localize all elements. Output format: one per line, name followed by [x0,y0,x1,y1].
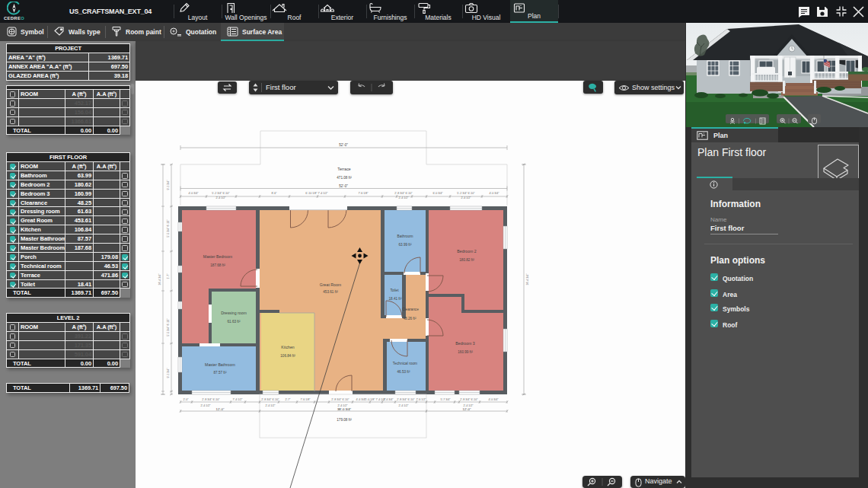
svg-text:38'-0 3/4": 38'-0 3/4" [337,407,352,411]
svg-text:12'-0": 12'-0" [463,407,471,411]
svg-text:4'-4 3/4": 4'-4 3/4" [383,398,394,401]
svg-text:4'-0 3/4": 4'-0 3/4" [188,192,199,195]
svg-text:2'-4 1/2": 2'-4 1/2" [215,196,226,199]
svg-text:52'-0": 52'-0" [339,143,348,147]
svg-text:5'-5 3/4" 6'-10": 5'-5 3/4" 6'-10" [167,219,170,238]
svg-text:Master Bathroom: Master Bathroom [205,362,235,367]
svg-text:106.84 ft²: 106.84 ft² [280,354,295,358]
svg-text:160.99 ft²: 160.99 ft² [458,350,473,354]
svg-text:48.26 ft²: 48.26 ft² [404,317,416,321]
svg-text:2'-4 1/2": 2'-4 1/2" [398,196,409,199]
svg-text:2'-0": 2'-0" [183,398,189,401]
svg-text:2'-8 3/4" 6'-10": 2'-8 3/4" 6'-10" [261,398,279,401]
svg-text:Dressing room: Dressing room [221,311,247,315]
svg-text:7'-6 1/8": 7'-6 1/8" [300,398,311,401]
svg-text:5'-5 3/4" 6'-10": 5'-5 3/4" 6'-10" [167,318,170,336]
svg-text:8'-6": 8'-6" [271,192,277,195]
svg-text:9'-1 3/4": 9'-1 3/4" [167,180,170,190]
svg-text:4'-0 3/4": 4'-0 3/4" [488,398,499,401]
svg-text:2'-4 1/2": 2'-4 1/2" [265,404,276,407]
svg-text:Technical room: Technical room [393,362,417,365]
svg-text:7'-4 1/2": 7'-4 1/2" [232,398,243,401]
svg-text:7'-6 1/2": 7'-6 1/2" [416,398,426,401]
svg-text:180.82 ft²: 180.82 ft² [459,258,474,262]
svg-text:6'-10 1/8" 7'-4 1/2": 6'-10 1/8" 7'-4 1/2" [305,192,328,195]
svg-text:2'-4 1/2": 2'-4 1/2" [461,196,471,199]
svg-text:179.08 ft²: 179.08 ft² [337,418,352,422]
svg-text:2'-8 3/4" 6'-10": 2'-8 3/4" 6'-10" [202,398,220,401]
svg-text:2'-8 3/4" 6'-10": 2'-8 3/4" 6'-10" [331,398,349,401]
svg-text:Master Bedroom: Master Bedroom [203,254,232,259]
svg-text:2'-8 3/4" 6'-10": 2'-8 3/4" 6'-10" [460,398,478,401]
svg-text:Terrace: Terrace [337,167,350,171]
svg-text:187.68 ft²: 187.68 ft² [210,263,225,267]
svg-text:2'-8 3/4" 6'-10": 2'-8 3/4" 6'-10" [394,192,413,195]
svg-text:2'-4 1/2": 2'-4 1/2" [200,404,211,407]
svg-text:2'-4 1/2": 2'-4 1/2" [463,404,474,407]
svg-text:18.41 ft²: 18.41 ft² [389,297,402,301]
svg-text:Toilet: Toilet [390,289,399,292]
svg-text:471.08 ft²: 471.08 ft² [337,176,352,180]
svg-text:1'-7": 1'-7" [167,273,170,279]
svg-text:Bedroom 3: Bedroom 3 [455,341,474,346]
svg-text:87.57 ft²: 87.57 ft² [214,371,227,375]
svg-text:5'-2 3/4" 6'-10": 5'-2 3/4" 6'-10" [212,192,230,195]
svg-text:2'-4 1/2": 2'-4 1/2" [398,404,409,407]
svg-text:7'-6 1/8": 7'-6 1/8" [358,192,369,195]
svg-text:Bathroom: Bathroom [397,234,413,238]
svg-text:2'-7": 2'-7" [285,398,291,401]
svg-text:52'-0": 52'-0" [339,184,348,188]
svg-text:5'-2 3/4" 6'-10": 5'-2 3/4" 6'-10" [457,192,475,195]
svg-text:6'-0 3/4": 6'-0 3/4" [432,192,443,195]
svg-text:9'-1 3/4": 9'-1 3/4" [167,368,170,378]
svg-text:2'-8 3/4" 6'-10": 2'-8 3/4" 6'-10" [397,398,415,401]
svg-text:Great Room: Great Room [320,282,341,287]
svg-text:63.99 ft²: 63.99 ft² [399,243,412,247]
svg-text:Bedroom 2: Bedroom 2 [457,249,476,254]
svg-text:36'-4 3/4": 36'-4 3/4" [158,273,161,285]
svg-text:453.61 ft²: 453.61 ft² [323,290,338,294]
svg-text:Clearance: Clearance [402,308,419,311]
svg-text:4'-0 3/4": 4'-0 3/4" [489,192,499,195]
svg-text:5'-7 3/4": 5'-7 3/4" [440,398,451,401]
svg-text:12'-0": 12'-0" [216,407,225,411]
svg-text:36'-4 3/4": 36'-4 3/4" [526,273,529,285]
svg-text:Kitchen: Kitchen [281,345,294,349]
svg-text:61.63 ft²: 61.63 ft² [228,320,241,324]
svg-text:2'-4 1/2": 2'-4 1/2" [337,404,348,407]
svg-text:46.53 ft²: 46.53 ft² [397,370,410,374]
